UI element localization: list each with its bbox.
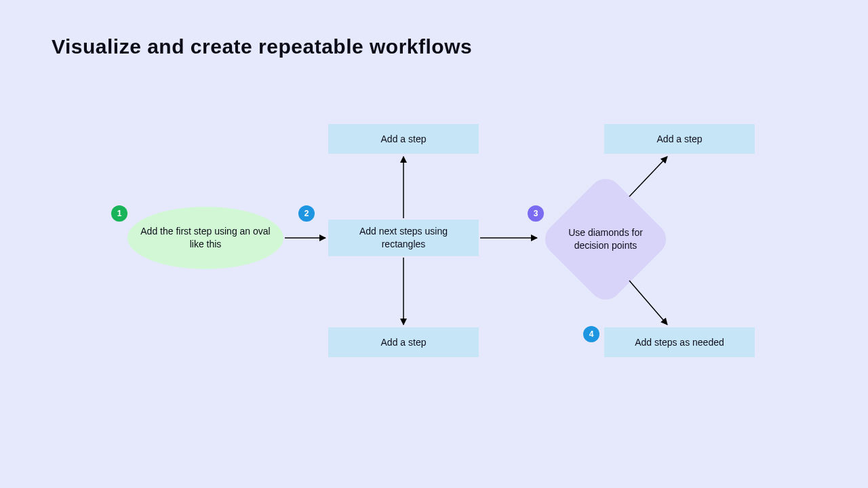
node-step-center: Add next steps using rectangles xyxy=(328,220,479,256)
node-output-top: Add a step xyxy=(604,124,755,154)
badge-2: 2 xyxy=(298,205,315,222)
node-decision-diamond: Use diamonds for decision points xyxy=(558,192,653,287)
node-step-top: Add a step xyxy=(328,124,479,154)
badge-3: 3 xyxy=(528,205,544,222)
node-output-bottom: Add steps as needed xyxy=(604,327,755,357)
diagram-canvas: Visualize and create repeatable workflow… xyxy=(0,0,868,488)
badge-4: 4 xyxy=(583,326,599,342)
node-decision-label: Use diamonds for decision points xyxy=(558,226,653,252)
svg-line-4 xyxy=(629,157,667,197)
svg-line-5 xyxy=(629,281,667,325)
page-title: Visualize and create repeatable workflow… xyxy=(52,35,472,58)
badge-1: 1 xyxy=(111,205,127,222)
node-step-bottom: Add a step xyxy=(328,327,479,357)
node-start-oval: Add the first step using an oval like th… xyxy=(127,207,283,269)
